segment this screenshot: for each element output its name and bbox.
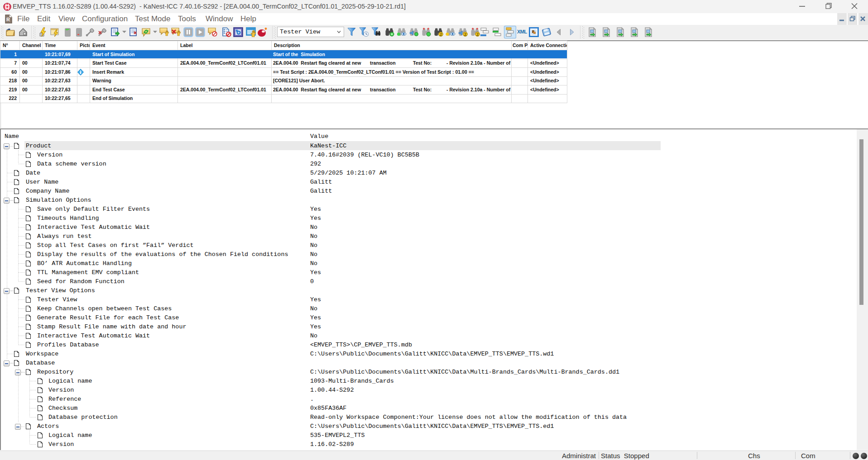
svg-text:2: 2 [476, 32, 479, 37]
svg-text:2: 2 [440, 32, 442, 37]
svg-text:R: R [6, 17, 10, 22]
svg-text:2: 2 [464, 32, 466, 37]
